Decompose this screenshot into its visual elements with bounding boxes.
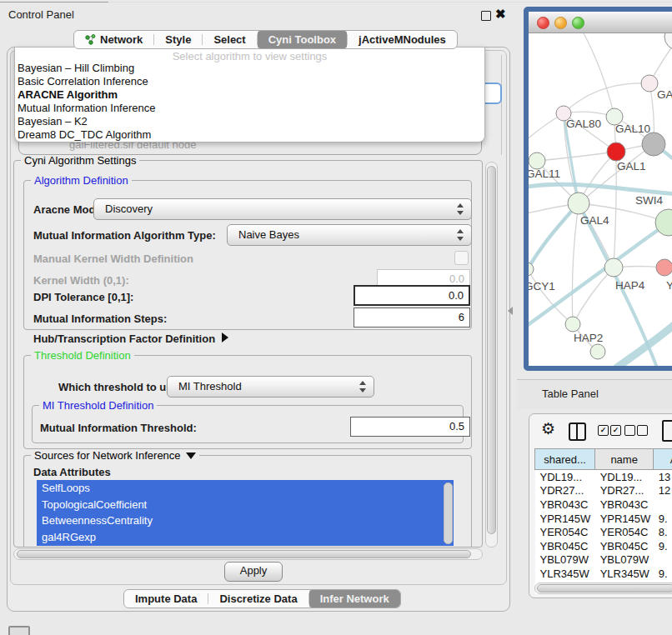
network-edge[interactable] [572,203,579,324]
network-edge-highlighted[interactable] [529,203,579,279]
mi-type-combo[interactable]: Naive Bayes [227,224,472,246]
table-cell: YLR345W [595,567,654,581]
mi-type-label: Mutual Information Algorithm Type: [33,229,216,242]
horizontal-scrollbar[interactable] [13,548,483,560]
network-node-hap4[interactable] [604,258,623,277]
deselect-column-icon[interactable] [624,425,635,436]
table-horizontal-scrollbar[interactable] [534,582,672,594]
algorithm-option-bayesian-k2[interactable]: Bayesian – K2 [15,115,484,128]
table-row[interactable]: YDL19...YDL19...13 [535,470,672,484]
table-row[interactable]: YPR145WYPR145W9. [535,512,672,526]
network-node-gal11[interactable] [529,152,545,169]
network-node[interactable] [590,344,605,359]
algorithm-option-dream8-dc-tdc-algorithm[interactable]: Dream8 DC_TDC Algorithm [15,128,484,142]
tab-jactivemnodules[interactable]: jActiveMNodules [348,31,457,48]
network-canvas[interactable]: GALGAL80GAL10GAL1GAL11GAL4SWI4GCY1HAP4YH… [529,33,672,366]
bottom-tab-infer-network[interactable]: Infer Network [309,590,400,608]
tab-cyni-toolbox[interactable]: Cyni Toolbox [258,31,347,48]
mi-threshold-field[interactable]: 0.5 [350,417,470,437]
table-row[interactable]: YER054CYER054C8. [535,525,672,539]
manual-kernel-checkbox[interactable] [454,251,469,265]
dropdown-items: Bayesian – Hill ClimbingBasic Correlatio… [15,62,484,142]
split-columns-icon[interactable] [569,422,586,441]
column-header-name[interactable]: name [595,449,654,470]
algorithm-definition-title: Algorithm Definition [31,174,132,187]
network-window-titlebar[interactable] [529,12,672,33]
network-edge-highlighted[interactable] [529,184,672,194]
gear-icon[interactable]: ⚙ [541,421,555,437]
node-label: GAL80 [566,118,601,130]
node-label: Y [666,279,672,292]
network-node-hap2[interactable] [565,317,580,332]
attribute-item-gal4rgexp[interactable]: gal4RGexp [37,529,454,546]
network-edge[interactable] [584,33,614,117]
attribute-item-selfloops[interactable]: SelfLoops [37,480,454,497]
aracne-mode-combo[interactable]: Discovery [93,198,472,220]
table-row[interactable]: YBR045CYBR045C9. [535,539,672,553]
table-cell: YDR27... [595,484,654,498]
mi-threshold-group-title: MI Threshold Definition [39,399,157,412]
float-window-icon[interactable] [481,11,491,21]
data-attributes-list[interactable]: SelfLoopsTopologicalCoefficientBetweenne… [37,480,454,546]
select-column-icon[interactable]: ✓ [610,425,621,436]
table-row[interactable]: YBL079WYBL079W [535,553,672,568]
node-label: GAL11 [529,168,560,180]
attribute-item-betweennesscentrality[interactable]: BetweennessCentrality [37,512,454,529]
table-cell: YPR145W [535,512,595,526]
list-scrollbar-thumb[interactable] [444,482,453,544]
minimized-panel-icon[interactable] [8,626,30,635]
attribute-item-topologicalcoefficient[interactable]: TopologicalCoefficient [37,497,454,513]
close-icon[interactable]: ✖ [495,7,506,22]
network-edge[interactable] [537,152,616,161]
sources-group-title[interactable]: Sources for Network Inference [31,449,199,462]
network-edge-highlighted[interactable] [617,322,672,366]
table-cell [654,553,672,568]
network-view-window[interactable]: GALGAL80GAL10GAL1GAL11GAL4SWI4GCY1HAP4YH… [524,7,672,371]
network-node-gal4[interactable] [568,192,589,214]
node-table[interactable]: shared...nameA YDL19...YDL19...13YDR27..… [534,448,672,594]
dpi-tolerance-label: DPI Tolerance [0,1]: [33,291,133,303]
control-panel-title: Control Panel [8,8,74,21]
manual-kernel-label: Manual Kernel Width Definition [33,252,193,265]
table-row[interactable]: YDR27...YDR27...12 [535,484,672,498]
minimize-traffic-light-icon[interactable] [554,17,567,29]
network-node-y[interactable] [656,259,672,276]
which-threshold-combo[interactable]: MI Threshold [167,376,374,398]
network-node[interactable] [642,132,665,156]
cyni-bottom-tabs: Impute DataDiscretize DataInfer Network [123,589,401,608]
which-threshold-value: MI Threshold [178,377,242,397]
algorithm-option-mutual-information-inference[interactable]: Mutual Information Inference [15,102,484,115]
deselect-column-icon[interactable] [637,425,648,436]
table-row[interactable]: YLR345WYLR345W9. [535,567,672,581]
bottom-tab-impute-data[interactable]: Impute Data [124,590,208,608]
new-table-icon[interactable] [662,420,672,442]
zoom-traffic-light-icon[interactable] [572,17,584,29]
vertical-scrollbar[interactable] [485,162,498,548]
tab-network[interactable]: Network [74,31,153,48]
tab-style[interactable]: Style [154,31,202,48]
table-row[interactable]: YBR043CYBR043C [535,498,672,512]
select-column-icon[interactable]: ✓ [598,425,609,436]
hub-definition-toggle[interactable]: Hub/Transcription Factor Definition [33,332,228,345]
tab-select[interactable]: Select [203,31,256,48]
algorithm-option-bayesian-hill-climbing[interactable]: Bayesian – Hill Climbing [15,62,484,75]
algorithm-option-aracne-algorithm[interactable]: ARACNE Algorithm [15,88,484,102]
close-traffic-light-icon[interactable] [537,17,549,29]
splitter-collapse-icon[interactable] [508,307,513,315]
network-edge[interactable] [614,152,616,268]
dpi-tolerance-field[interactable]: 0.0 [354,285,470,306]
stepper-icon [359,381,366,392]
mi-steps-field[interactable]: 6 [354,308,470,328]
column-header-shared[interactable]: shared... [535,449,595,470]
algorithm-option-basic-correlation-inference[interactable]: Basic Correlation Inference [15,75,484,88]
network-node-gal1[interactable] [607,142,625,161]
network-node-gal[interactable] [641,75,658,92]
bottom-tab-discretize-data[interactable]: Discretize Data [208,590,308,608]
node-label: GAL10 [615,122,650,135]
table-cell: YBR043C [535,498,595,512]
network-node[interactable] [664,33,672,50]
network-node-gcy1[interactable] [529,262,534,276]
table-cell: YDL19... [595,470,654,484]
column-header-a[interactable]: A [654,449,672,470]
apply-button[interactable]: Apply [224,562,283,582]
